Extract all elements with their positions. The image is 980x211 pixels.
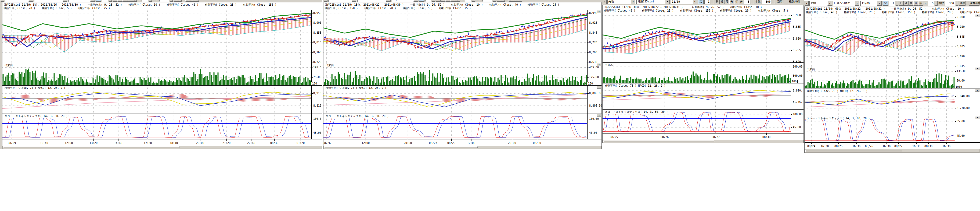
bar-count-input[interactable] xyxy=(945,1,955,6)
fixed-period-button[interactable]: 定 xyxy=(419,0,425,2)
period-年-button[interactable]: 年 xyxy=(734,0,739,4)
apply-button[interactable]: 適用 xyxy=(959,1,966,6)
volume-bars xyxy=(603,72,791,83)
symbol-select[interactable]: 日経225mini ▼ xyxy=(34,0,68,2)
window-toolbar-cropped: ▼ 先物 ▼ 日経225mini ▼ 11/09 ▼ 定 日週月分年 分 xyxy=(0,0,322,2)
minute-value-input[interactable] xyxy=(465,0,471,2)
contract-month-select[interactable]: 11/09 ▼ xyxy=(671,0,697,4)
spinner-button[interactable] xyxy=(432,0,435,2)
symbol-select[interactable]: 日経225mini ▼ xyxy=(636,0,670,4)
pane-scroll-down-button[interactable]: ▼ xyxy=(975,116,980,119)
scrollbar-thumb[interactable] xyxy=(3,146,180,148)
period-週-button[interactable]: 週 xyxy=(118,0,122,2)
period-週-button[interactable]: 週 xyxy=(720,0,724,4)
instrument-type-select[interactable]: 先物 ▼ xyxy=(608,0,636,4)
interval-count-input[interactable] xyxy=(425,0,431,2)
pane-scroll-down-button[interactable]: ▼ xyxy=(597,63,601,66)
spinner-button[interactable] xyxy=(711,0,714,4)
pane-scroll-down-button[interactable]: ▼ xyxy=(597,86,601,88)
minute-value-input[interactable] xyxy=(928,1,934,6)
pane-scroll-down-button[interactable]: ▼ xyxy=(975,14,980,17)
interval-count-input[interactable] xyxy=(889,1,895,6)
toolbar-menu-button[interactable]: ▼ xyxy=(0,0,4,2)
period-日-button[interactable]: 日 xyxy=(113,0,118,2)
toolbar-menu-button[interactable]: ▼ xyxy=(324,0,328,2)
time-tick-label: 21:20 xyxy=(223,142,231,144)
interval-count-input[interactable] xyxy=(102,0,108,2)
stochastics-label: スロー・ストキャスティクス( 14, 3, 80, 20 ) xyxy=(4,114,68,118)
spinner-button[interactable] xyxy=(935,1,937,6)
instrument-type-select[interactable]: 先物 ▼ xyxy=(810,1,832,6)
horizontal-scrollbar[interactable] xyxy=(323,146,601,149)
symbol-value: 日経225mini xyxy=(834,2,851,5)
period-分-button[interactable]: 分 xyxy=(450,0,455,2)
period-日-button[interactable]: 日 xyxy=(715,0,720,4)
contract-month-select[interactable]: 11/09 ▼ xyxy=(392,0,418,2)
period-buttons: 日週月分年 xyxy=(113,0,137,2)
bar-count-label: 本数 xyxy=(939,2,944,5)
minute-value-input[interactable] xyxy=(744,0,750,4)
spinner-button[interactable] xyxy=(170,0,173,2)
apply-button[interactable]: 適用 xyxy=(776,0,784,4)
toolbar-menu-button[interactable]: ▼ xyxy=(805,1,808,6)
period-分-button[interactable]: 分 xyxy=(913,1,918,6)
instrument-type-select[interactable]: 先物 ▼ xyxy=(328,0,356,2)
contract-month-select[interactable]: 11/09 ▼ xyxy=(861,1,882,6)
apply-button[interactable]: 適用 xyxy=(497,0,505,2)
spinner-button[interactable] xyxy=(149,0,152,2)
horizontal-scrollbar[interactable] xyxy=(805,149,980,153)
pane-scroll-down-button[interactable]: ▼ xyxy=(975,67,980,70)
chart-header: 日経225mini 11/09( 15分, 2011/08/22 - 2011/… xyxy=(323,2,601,10)
spinner-button[interactable] xyxy=(109,0,112,2)
spinner-button[interactable] xyxy=(896,1,898,6)
bar-count-input[interactable] xyxy=(762,0,771,4)
period-日-button[interactable]: 日 xyxy=(436,0,441,2)
interval-count-input[interactable] xyxy=(705,0,710,4)
period-年-button[interactable]: 年 xyxy=(455,0,460,2)
bar-count-input[interactable] xyxy=(159,0,169,2)
price-pane: 8,9508,8858,8208,7558,690 xyxy=(603,13,803,62)
apply-button[interactable]: 適用 xyxy=(173,0,181,2)
period-月-button[interactable]: 月 xyxy=(445,0,450,2)
period-分-button[interactable]: 分 xyxy=(127,0,132,2)
pane-scroll-down-button[interactable]: ▼ xyxy=(597,10,601,13)
symbol-select[interactable]: 日経225mini ▼ xyxy=(357,0,391,2)
spinner-button[interactable] xyxy=(493,0,496,2)
fixed-period-button[interactable]: 定 xyxy=(96,0,101,2)
fixed-period-button[interactable]: 定 xyxy=(883,1,888,6)
period-月-button[interactable]: 月 xyxy=(122,0,127,2)
period-分-button[interactable]: 分 xyxy=(729,0,734,4)
scrollbar-thumb[interactable] xyxy=(805,150,902,152)
multi-symbol-button[interactable]: 複数銘柄 xyxy=(969,1,980,6)
period-週-button[interactable]: 週 xyxy=(904,1,908,6)
spinner-button[interactable] xyxy=(751,0,754,4)
period-日-button[interactable]: 日 xyxy=(899,1,904,6)
minute-value-input[interactable] xyxy=(142,0,148,2)
chevron-down-icon: ▼ xyxy=(827,1,832,6)
bar-count-input[interactable] xyxy=(482,0,492,2)
multi-symbol-button[interactable]: 複数銘柄 xyxy=(788,0,801,4)
title-segment: 移動平均( Close, 40 ) xyxy=(167,3,198,6)
toolbar-menu-button[interactable]: ▼ xyxy=(603,0,606,4)
period-週-button[interactable]: 週 xyxy=(441,0,445,2)
symbol-select[interactable]: 日経225mini ▼ xyxy=(833,1,860,6)
multi-symbol-button[interactable]: 複数銘柄 xyxy=(185,0,199,2)
horizontal-scrollbar[interactable] xyxy=(603,140,803,143)
scrollbar-thumb[interactable] xyxy=(603,141,714,142)
pane-scroll-down-button[interactable]: ▼ xyxy=(597,114,601,117)
period-月-button[interactable]: 月 xyxy=(908,1,913,6)
fixed-period-button[interactable]: 定 xyxy=(698,0,703,4)
spinner-button[interactable] xyxy=(472,0,475,2)
period-年-button[interactable]: 年 xyxy=(918,1,923,6)
instrument-type-select[interactable]: 先物 ▼ xyxy=(5,0,33,2)
horizontal-scrollbar[interactable] xyxy=(2,146,322,149)
scrollbar-thumb[interactable] xyxy=(324,146,478,148)
spinner-button[interactable] xyxy=(772,0,775,4)
window-frame-edge[interactable] xyxy=(0,2,2,149)
pane-scroll-down-button[interactable]: ▼ xyxy=(975,89,980,92)
period-月-button[interactable]: 月 xyxy=(724,0,729,4)
contract-month-select[interactable]: 11/09 ▼ xyxy=(68,0,95,2)
spinner-button[interactable] xyxy=(956,1,958,6)
multi-symbol-button[interactable]: 複数銘柄 xyxy=(509,0,522,2)
period-年-button[interactable]: 年 xyxy=(132,0,137,2)
